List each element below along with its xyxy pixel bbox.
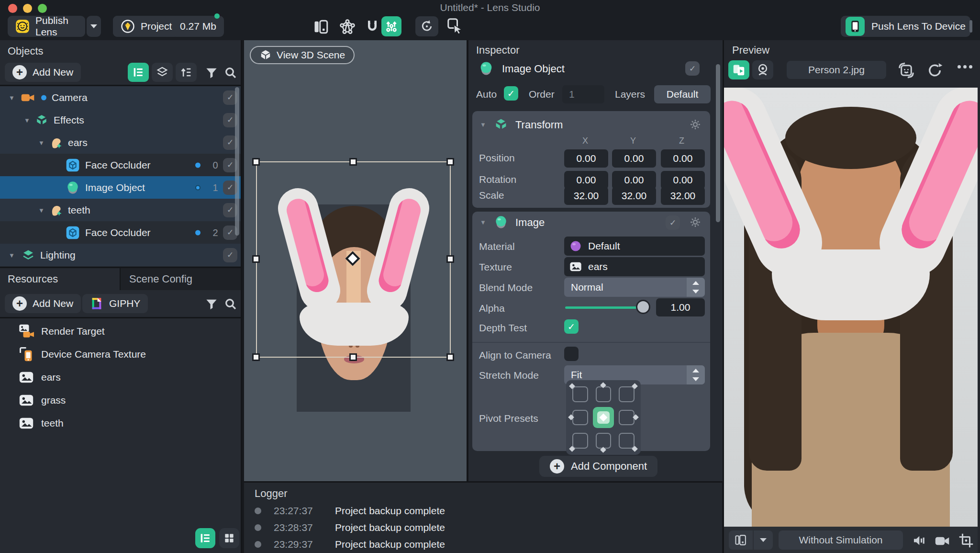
- depth-test-checkbox[interactable]: [564, 319, 579, 334]
- align-to-camera-checkbox[interactable]: [564, 347, 579, 361]
- selection-handle-r[interactable]: [446, 255, 454, 263]
- layers-view-button[interactable]: [152, 63, 173, 82]
- preview-device-button[interactable]: [729, 530, 753, 550]
- reset-simulation-button[interactable]: [415, 16, 438, 36]
- pivot-preset-center-active[interactable]: [593, 407, 614, 429]
- tab-resources[interactable]: Resources: [0, 268, 121, 290]
- objects-add-new-button[interactable]: Add New: [5, 63, 81, 82]
- layers-default-button[interactable]: Default: [654, 85, 711, 103]
- chevron-expand-icon[interactable]: [24, 116, 30, 124]
- node-graph-icon[interactable]: [339, 18, 356, 35]
- position-x-input[interactable]: 0.00: [564, 149, 608, 168]
- resource-item-render-target[interactable]: Render Target: [0, 320, 241, 343]
- resources-search-icon[interactable]: [223, 296, 238, 312]
- pivot-preset-top[interactable]: [593, 384, 614, 405]
- blend-mode-dropdown[interactable]: Normal: [564, 278, 705, 297]
- publish-lens-button[interactable]: Publish Lens: [8, 16, 85, 37]
- push-lens-to-device-button[interactable]: Push Lens To Device: [841, 16, 970, 37]
- tree-row-camera[interactable]: Camera: [0, 86, 241, 109]
- device-library-icon[interactable]: [312, 18, 330, 35]
- selection-handle-tr[interactable]: [446, 158, 454, 166]
- selection-handle-b[interactable]: [349, 353, 357, 361]
- cursor-select-icon[interactable]: [446, 17, 464, 34]
- image-enabled-toggle[interactable]: [666, 215, 680, 230]
- resources-add-new-button[interactable]: Add New: [5, 294, 81, 313]
- pivot-preset-top-right[interactable]: [616, 384, 637, 405]
- collapse-icon[interactable]: [480, 219, 486, 226]
- objects-search-icon[interactable]: [223, 65, 238, 80]
- auto-checkbox[interactable]: [504, 86, 518, 101]
- position-z-input[interactable]: 0.00: [661, 149, 705, 168]
- publish-dropdown-button[interactable]: [87, 16, 101, 37]
- material-field[interactable]: Default: [564, 237, 705, 256]
- giphy-button[interactable]: GIPHY: [82, 294, 148, 313]
- list-view-icon[interactable]: [128, 63, 149, 82]
- resources-grid-view-button[interactable]: [219, 528, 239, 548]
- simulation-dropdown[interactable]: Without Simulation: [779, 530, 903, 550]
- video-camera-icon[interactable]: [934, 532, 951, 550]
- resource-item-device-camera-texture[interactable]: Device Camera Texture: [0, 343, 241, 366]
- tab-scene-config[interactable]: Scene Config: [122, 268, 241, 290]
- enabled-toggle[interactable]: [223, 248, 237, 262]
- order-input[interactable]: 1: [562, 85, 604, 103]
- media-preview-icon[interactable]: [728, 60, 749, 79]
- alpha-value-input[interactable]: 1.00: [656, 298, 705, 316]
- tree-view-button[interactable]: [176, 63, 197, 82]
- crop-capture-icon[interactable]: [958, 532, 975, 549]
- chevron-expand-icon[interactable]: [38, 139, 45, 146]
- add-component-button[interactable]: Add Component: [539, 456, 657, 477]
- view-3d-scene-button[interactable]: View 3D Scene: [250, 46, 355, 64]
- tree-row-face-occluder-1[interactable]: Face Occluder 0: [0, 154, 241, 176]
- tree-row-image-object-selected[interactable]: Image Object 1: [0, 176, 241, 199]
- collapse-icon[interactable]: [480, 121, 486, 128]
- gear-icon[interactable]: [689, 118, 702, 131]
- refresh-icon[interactable]: [926, 61, 944, 79]
- gear-icon[interactable]: [689, 215, 702, 229]
- selection-handle-bl[interactable]: [252, 353, 260, 361]
- tree-row-face-occluder-2[interactable]: Face Occluder 2: [0, 221, 241, 244]
- position-y-input[interactable]: 0.00: [612, 149, 656, 168]
- preview-source-dropdown[interactable]: Person 2.jpg: [787, 61, 886, 79]
- ellipsis-icon[interactable]: [958, 65, 972, 68]
- face-swap-icon[interactable]: [897, 61, 915, 79]
- inspector-scrollbar[interactable]: [716, 64, 720, 222]
- magnet-icon[interactable]: [364, 18, 381, 35]
- chevron-expand-icon[interactable]: [38, 206, 45, 214]
- object-enabled-toggle[interactable]: [685, 61, 700, 76]
- resource-item-grass[interactable]: grass: [0, 389, 241, 412]
- preview-image[interactable]: [724, 88, 978, 527]
- selection-handle-l[interactable]: [252, 255, 260, 263]
- alpha-slider-knob[interactable]: [636, 300, 650, 314]
- chevron-expand-icon[interactable]: [9, 94, 15, 101]
- resources-list-view-button[interactable]: [195, 528, 215, 548]
- texture-field[interactable]: ears: [564, 257, 705, 276]
- webcam-preview-button[interactable]: [752, 60, 773, 79]
- pivot-preset-bottom-left[interactable]: [569, 430, 591, 451]
- tree-row-teeth[interactable]: teeth: [0, 199, 241, 221]
- selection-handle-t[interactable]: [349, 158, 357, 166]
- resource-item-ears[interactable]: ears: [0, 366, 241, 389]
- pivot-preset-right[interactable]: [616, 407, 637, 429]
- sliders-icon[interactable]: [381, 16, 401, 36]
- pivot-preset-bottom-right[interactable]: [616, 430, 637, 451]
- resource-item-teeth[interactable]: teeth: [0, 412, 241, 435]
- scene-view[interactable]: View 3D Scene: [244, 40, 467, 481]
- tree-row-ears[interactable]: ears: [0, 131, 241, 154]
- pivot-preset-top-left[interactable]: [569, 384, 591, 405]
- speaker-icon[interactable]: [912, 532, 928, 549]
- preview-device-chevron-button[interactable]: [754, 530, 773, 550]
- scale-z-input[interactable]: 32.00: [661, 187, 705, 205]
- chevron-expand-icon[interactable]: [9, 251, 15, 259]
- objects-scrollbar[interactable]: [235, 87, 239, 236]
- project-size-button[interactable]: 0.27 Mb: [172, 16, 224, 37]
- tree-row-effects[interactable]: Effects: [0, 109, 241, 131]
- selection-handle-br[interactable]: [446, 353, 454, 361]
- objects-filter-icon[interactable]: [204, 65, 219, 80]
- push-device-chevron-partial[interactable]: [969, 20, 972, 33]
- scale-y-input[interactable]: 32.00: [612, 187, 656, 205]
- scale-x-input[interactable]: 32.00: [564, 187, 608, 205]
- pivot-preset-left[interactable]: [569, 407, 591, 429]
- alpha-slider-track[interactable]: [565, 306, 645, 309]
- resources-filter-icon[interactable]: [204, 296, 219, 312]
- pivot-preset-bottom[interactable]: [593, 430, 614, 451]
